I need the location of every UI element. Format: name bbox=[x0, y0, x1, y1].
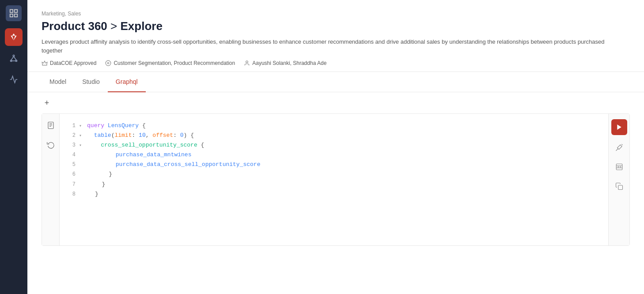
svg-line-7 bbox=[11, 57, 14, 60]
svg-line-19 bbox=[621, 144, 622, 145]
svg-point-4 bbox=[13, 55, 14, 57]
copy-icon bbox=[615, 182, 623, 190]
code-line-5: 5 purchase_data_cross_sell_opportunity_s… bbox=[68, 160, 599, 170]
code-line-3: 3 ▾ cross_sell_opportunity_score { bbox=[68, 140, 599, 150]
tag-icon bbox=[105, 60, 111, 66]
badge-text: DataCOE Approved bbox=[50, 60, 96, 66]
sidebar-item-nodes[interactable] bbox=[5, 49, 23, 67]
tabs-bar: Model Studio Graphql bbox=[27, 72, 644, 92]
add-button[interactable]: + bbox=[42, 98, 52, 108]
meta-row: DataCOE Approved Customer Segmentation, … bbox=[42, 60, 630, 72]
code-line-7: 7 } bbox=[68, 180, 599, 189]
person-icon bbox=[244, 60, 250, 66]
main-content: Marketing, Sales Product 360 > Explore L… bbox=[27, 0, 644, 294]
code-line-1: 1 ▾ query LensQuery { bbox=[68, 121, 599, 131]
svg-rect-2 bbox=[10, 14, 13, 17]
sidebar-item-pulse[interactable] bbox=[5, 71, 23, 88]
nodes-icon bbox=[9, 54, 18, 63]
document-icon bbox=[47, 121, 55, 129]
toolbar: + bbox=[27, 92, 644, 113]
svg-rect-25 bbox=[618, 185, 622, 190]
page-description: Leverages product affinity analysis to i… bbox=[42, 38, 616, 55]
tab-studio[interactable]: Studio bbox=[74, 72, 108, 92]
magic-wand-button[interactable] bbox=[612, 140, 626, 155]
code-line-2: 2 ▾ table(limit: 10, offset: 0) { bbox=[68, 131, 599, 140]
graphql-editor: 1 ▾ query LensQuery { 2 ▾ table(limit: 1… bbox=[42, 113, 630, 246]
page-title: Product 360 > Explore bbox=[42, 19, 630, 33]
history-icon bbox=[47, 141, 55, 149]
app-logo[interactable] bbox=[6, 5, 22, 21]
svg-line-8 bbox=[14, 57, 16, 60]
title-product360: Product 360 bbox=[42, 19, 107, 33]
editor-left-panel bbox=[42, 114, 60, 245]
tab-graphql[interactable]: Graphql bbox=[108, 72, 146, 92]
history-icon-button[interactable] bbox=[45, 139, 57, 151]
magic-wand-icon bbox=[615, 143, 623, 151]
svg-line-18 bbox=[616, 148, 618, 151]
authors-text: Aayushi Solanki, Shraddha Ade bbox=[252, 60, 326, 66]
sidebar bbox=[0, 0, 27, 294]
code-editor[interactable]: 1 ▾ query LensQuery { 2 ▾ table(limit: 1… bbox=[60, 114, 608, 245]
meta-badge: DataCOE Approved bbox=[42, 60, 96, 66]
svg-marker-17 bbox=[617, 124, 621, 130]
svg-rect-0 bbox=[10, 10, 13, 12]
copy-button[interactable] bbox=[612, 179, 626, 193]
grid-icon bbox=[9, 8, 19, 18]
code-line-6: 6 } bbox=[68, 170, 599, 179]
meta-authors: Aayushi Solanki, Shraddha Ade bbox=[244, 60, 326, 66]
svg-point-11 bbox=[106, 60, 111, 66]
svg-rect-3 bbox=[15, 14, 17, 17]
svg-point-12 bbox=[246, 61, 248, 63]
tags-text: Customer Segmentation, Product Recommend… bbox=[114, 60, 235, 66]
crown-icon bbox=[42, 60, 48, 66]
pulse-icon bbox=[9, 75, 18, 84]
editor-right-panel bbox=[608, 114, 629, 245]
code-line-4: 4 purchase_data_mntwines bbox=[68, 150, 599, 160]
breadcrumb: Marketing, Sales bbox=[42, 11, 630, 17]
svg-rect-20 bbox=[616, 164, 622, 170]
svg-rect-1 bbox=[15, 10, 17, 12]
header: Marketing, Sales Product 360 > Explore L… bbox=[27, 0, 644, 72]
sidebar-item-diamond[interactable] bbox=[5, 28, 23, 46]
diamond-icon bbox=[9, 33, 18, 41]
code-line-8: 8 } bbox=[68, 189, 599, 199]
expand-button[interactable] bbox=[612, 160, 626, 174]
play-icon bbox=[616, 124, 623, 131]
title-explore: Explore bbox=[120, 19, 162, 33]
svg-point-10 bbox=[108, 62, 110, 64]
tab-model[interactable]: Model bbox=[42, 72, 74, 92]
expand-icon bbox=[615, 163, 623, 171]
title-separator: > bbox=[110, 19, 120, 33]
svg-rect-13 bbox=[48, 122, 53, 129]
run-button[interactable] bbox=[611, 119, 627, 135]
document-icon-button[interactable] bbox=[45, 119, 57, 132]
meta-tags: Customer Segmentation, Product Recommend… bbox=[105, 60, 235, 66]
